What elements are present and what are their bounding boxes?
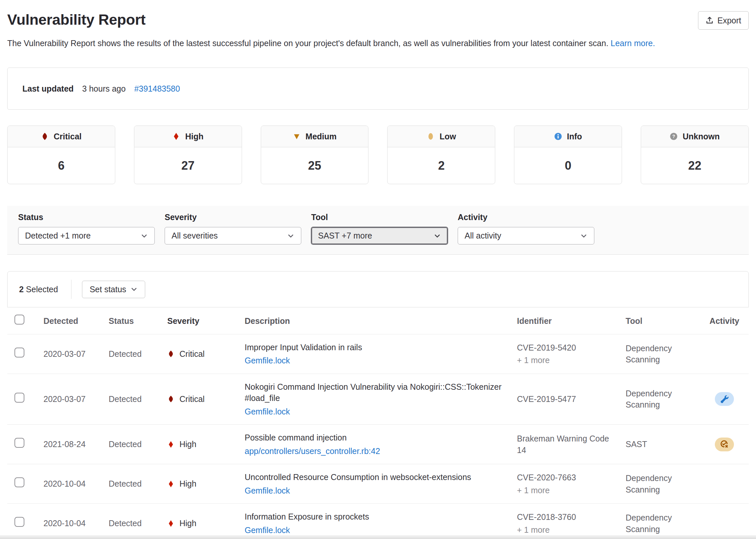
activity-wrench-icon[interactable] [715, 392, 734, 406]
vulnerability-title-link[interactable]: Improper Input Validation in rails [244, 342, 506, 353]
severity-filter-value: All severities [172, 231, 218, 241]
tool-filter-value: SAST +7 more [318, 231, 372, 241]
header-identifier: Identifier [517, 315, 626, 327]
tool-filter-label: Tool [311, 212, 448, 222]
severity-high-icon [167, 480, 174, 488]
severity-card-label: Info [567, 132, 582, 141]
identifier-more: + 1 more [517, 354, 616, 366]
table-header-row: Detected Status Severity Description Ide… [7, 307, 749, 335]
vulnerability-title-link[interactable]: Possible command injection [244, 432, 506, 443]
severity-card-count: 6 [8, 147, 115, 184]
status-filter-value: Detected +1 more [25, 231, 91, 241]
activity-filter-label: Activity [458, 212, 594, 222]
severity-medium-icon [293, 132, 301, 140]
severity-filter-dropdown[interactable]: All severities [165, 227, 301, 245]
severity-high-icon [167, 520, 174, 527]
status-filter-dropdown[interactable]: Detected +1 more [18, 227, 155, 245]
selected-count: 2 Selected [19, 285, 58, 294]
identifier-more: + 1 more [517, 524, 616, 536]
activity-filter-value: All activity [465, 231, 501, 241]
chevron-down-icon [287, 232, 294, 240]
severity-info-icon [554, 132, 562, 140]
location-link[interactable]: Gemfile.lock [244, 485, 290, 497]
page-title: Vulnerability Report [7, 11, 146, 28]
identifier-cell: CVE-2019-5420 + 1 more [517, 342, 626, 366]
vulnerability-title-link[interactable]: Uncontrolled Resource Consumption in web… [244, 472, 506, 483]
bottom-fade [0, 535, 756, 539]
tool-cell: Dependency Scanning [626, 512, 708, 535]
detected-cell: 2021-08-24 [43, 438, 109, 450]
export-button[interactable]: Export [698, 11, 749, 30]
row-checkbox[interactable] [15, 347, 24, 357]
severity-summary-cards: Critical 6 High 27 Medium 25 Low 2 [7, 125, 749, 184]
severity-card-label: Low [440, 132, 456, 141]
pipeline-link[interactable]: #391483580 [134, 84, 180, 94]
severity-card-medium[interactable]: Medium 25 [261, 125, 369, 184]
tool-cell: Dependency Scanning [626, 343, 708, 365]
severity-card-low[interactable]: Low 2 [387, 125, 495, 184]
export-label: Export [718, 16, 741, 25]
header-detected: Detected [43, 315, 109, 327]
chevron-down-icon [434, 232, 441, 240]
description-cell: Improper Input Validation in rails Gemfi… [244, 342, 517, 366]
identifier-value: CVE-2019-5477 [517, 393, 616, 405]
location-link[interactable]: Gemfile.lock [244, 355, 290, 366]
table-row: 2020-10-04 Detected High Uncontrolled Re… [7, 464, 749, 504]
activity-check-x-icon[interactable] [715, 437, 734, 451]
location-link[interactable]: Gemfile.lock [244, 406, 290, 418]
severity-cell: High [167, 438, 244, 450]
chevron-down-icon [141, 232, 148, 240]
detected-cell: 2020-10-04 [43, 517, 109, 529]
tool-filter: Tool SAST +7 more [311, 212, 448, 245]
status-cell: Detected [109, 478, 167, 490]
severity-card-unknown[interactable]: ? Unknown 22 [641, 125, 749, 184]
severity-card-high[interactable]: High 27 [134, 125, 242, 184]
tool-filter-dropdown[interactable]: SAST +7 more [311, 227, 448, 245]
vulnerability-table: Detected Status Severity Description Ide… [7, 307, 749, 539]
row-checkbox[interactable] [15, 477, 24, 487]
select-all-checkbox[interactable] [15, 315, 24, 325]
severity-card-count: 27 [134, 147, 242, 184]
severity-card-count: 22 [641, 147, 748, 184]
status-filter: Status Detected +1 more [18, 212, 155, 245]
selection-bar: 2 Selected Set status [7, 271, 749, 307]
severity-card-info[interactable]: Info 0 [514, 125, 622, 184]
severity-card-count: 0 [514, 147, 622, 184]
identifier-cell: CVE-2019-5477 [517, 393, 626, 405]
learn-more-link[interactable]: Learn more. [611, 38, 655, 48]
tool-cell: Dependency Scanning [626, 472, 708, 495]
activity-filter-dropdown[interactable]: All activity [458, 227, 594, 245]
svg-text:?: ? [672, 134, 675, 139]
last-updated-label: Last updated [22, 84, 74, 94]
location-link[interactable]: Gemfile.lock [244, 524, 290, 536]
status-cell: Detected [109, 348, 167, 360]
location-link[interactable]: app/controllers/users_controller.rb:42 [244, 445, 380, 457]
set-status-label: Set status [90, 285, 126, 294]
status-cell: Detected [109, 517, 167, 529]
severity-card-label: High [185, 132, 203, 141]
severity-card-critical[interactable]: Critical 6 [7, 125, 115, 184]
set-status-button[interactable]: Set status [82, 281, 145, 298]
vulnerability-title-link[interactable]: Nokogiri Command Injection Vulnerability… [244, 381, 506, 404]
row-checkbox[interactable] [15, 517, 24, 527]
severity-critical-icon [167, 395, 174, 403]
status-filter-label: Status [18, 212, 155, 222]
table-row: 2021-08-24 Detected High Possible comman… [7, 425, 749, 464]
row-checkbox[interactable] [15, 438, 24, 448]
row-checkbox[interactable] [15, 393, 24, 403]
severity-card-count: 25 [261, 147, 369, 184]
detected-cell: 2020-03-07 [43, 348, 109, 360]
header-description: Description [244, 315, 517, 327]
last-updated-box: Last updated 3 hours ago #391483580 [7, 67, 749, 110]
header-status: Status [109, 315, 167, 327]
severity-unknown-icon: ? [670, 132, 678, 140]
table-row: 2020-03-07 Detected Critical Nokogiri Co… [7, 374, 749, 425]
description-cell: Uncontrolled Resource Consumption in web… [244, 472, 517, 496]
severity-critical-icon [167, 350, 174, 357]
detected-cell: 2020-10-04 [43, 478, 109, 490]
vulnerability-title-link[interactable]: Information Exposure in sprockets [244, 511, 506, 522]
status-cell: Detected [109, 393, 167, 405]
tool-cell: Dependency Scanning [626, 388, 708, 411]
severity-high-icon [167, 441, 174, 448]
table-row: 2020-10-04 Detected High Information Exp… [7, 504, 749, 539]
